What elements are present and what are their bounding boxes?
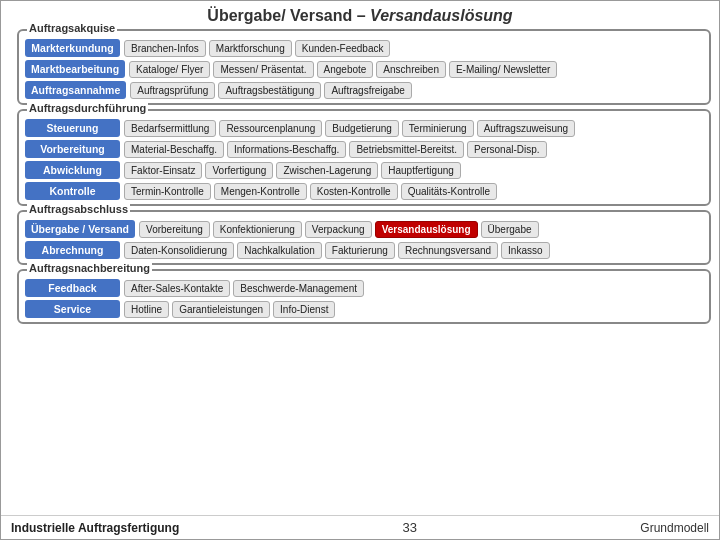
list-item: Auftragsbestätigung — [218, 82, 321, 99]
section-label-auftragsabschluss: Auftragsabschluss — [27, 203, 130, 215]
list-item: Garantieleistungen — [172, 301, 270, 318]
row-steuerung: SteuerungBedarfsermittlungRessourcenplan… — [25, 119, 703, 137]
section-rows-auftragsakquise: MarkterkundungBranchen-InfosMarktforschu… — [25, 39, 703, 99]
row-label-abwicklung: Abwicklung — [25, 161, 120, 179]
list-item: Angebote — [317, 61, 374, 78]
list-item: Fakturierung — [325, 242, 395, 259]
section-auftragsnachbereitung: AuftragsnachbereitungFeedbackAfter-Sales… — [17, 269, 711, 324]
list-item: Rechnungsversand — [398, 242, 498, 259]
list-item: Kosten-Kontrolle — [310, 183, 398, 200]
list-item: Hauptfertigung — [381, 162, 461, 179]
row-feedback: FeedbackAfter-Sales-KontakteBeschwerde-M… — [25, 279, 703, 297]
list-item: Budgetierung — [325, 120, 399, 137]
row-uebergabe-versand: Übergabe / VersandVorbereitungKonfektion… — [25, 220, 703, 238]
section-rows-auftragsabschluss: Übergabe / VersandVorbereitungKonfektion… — [25, 220, 703, 259]
footer-left: Industrielle Auftragsfertigung — [11, 521, 179, 535]
list-item: Marktforschung — [209, 40, 292, 57]
section-label-auftragsdurchfuehrung: Auftragsdurchführung — [27, 102, 148, 114]
list-item: Kunden-Feedback — [295, 40, 391, 57]
list-item: Messen/ Präsentat. — [213, 61, 313, 78]
items-vorbereitung: Material-Beschaffg.Informations-Beschaff… — [124, 141, 547, 158]
list-item: Nachkalkulation — [237, 242, 322, 259]
page: Übergabe/ Versand – Versandauslösung Auf… — [0, 0, 720, 540]
list-item: Termin-Kontrolle — [124, 183, 211, 200]
section-auftragsdurchfuehrung: AuftragsdurchführungSteuerungBedarfsermi… — [17, 109, 711, 206]
items-service: HotlineGarantieleistungenInfo-Dienst — [124, 301, 335, 318]
row-abwicklung: AbwicklungFaktor-EinsatzVorfertigungZwis… — [25, 161, 703, 179]
section-auftragsabschluss: AuftragsabschlussÜbergabe / VersandVorbe… — [17, 210, 711, 265]
items-abrechnung: Daten-KonsolidierungNachkalkulationFaktu… — [124, 242, 550, 259]
row-service: ServiceHotlineGarantieleistungenInfo-Die… — [25, 300, 703, 318]
list-item: Informations-Beschaffg. — [227, 141, 346, 158]
row-label-auftragsannahme: Auftragsannahme — [25, 81, 126, 99]
list-item: Info-Dienst — [273, 301, 335, 318]
list-item: Beschwerde-Management — [233, 280, 364, 297]
items-marktbearbeitung: Kataloge/ FlyerMessen/ Präsentat.Angebot… — [129, 61, 557, 78]
section-rows-auftragsnachbereitung: FeedbackAfter-Sales-KontakteBeschwerde-M… — [25, 279, 703, 318]
items-abwicklung: Faktor-EinsatzVorfertigungZwischen-Lager… — [124, 162, 461, 179]
list-item: Material-Beschaffg. — [124, 141, 224, 158]
list-item: Bedarfsermittlung — [124, 120, 216, 137]
list-item: Faktor-Einsatz — [124, 162, 202, 179]
footer: Industrielle Auftragsfertigung 33 Grundm… — [1, 515, 719, 539]
footer-center: 33 — [403, 520, 417, 535]
row-label-marktbearbeitung: Marktbearbeitung — [25, 60, 125, 78]
items-kontrolle: Termin-KontrolleMengen-KontrolleKosten-K… — [124, 183, 497, 200]
header-title: Übergabe/ Versand – — [207, 7, 370, 24]
list-item: Personal-Disp. — [467, 141, 547, 158]
header-subtitle: Versandauslösung — [370, 7, 513, 24]
list-item: Branchen-Infos — [124, 40, 206, 57]
items-steuerung: BedarfsermittlungRessourcenplanungBudget… — [124, 120, 575, 137]
row-label-uebergabe-versand: Übergabe / Versand — [25, 220, 135, 238]
list-item: E-Mailing/ Newsletter — [449, 61, 557, 78]
row-kontrolle: KontrolleTermin-KontrolleMengen-Kontroll… — [25, 182, 703, 200]
list-item: Ressourcenplanung — [219, 120, 322, 137]
list-item: Auftragsfreigabe — [324, 82, 411, 99]
list-item: Konfektionierung — [213, 221, 302, 238]
list-item: Terminierung — [402, 120, 474, 137]
list-item: Vorfertigung — [205, 162, 273, 179]
row-vorbereitung: VorbereitungMaterial-Beschaffg.Informati… — [25, 140, 703, 158]
items-feedback: After-Sales-KontakteBeschwerde-Managemen… — [124, 280, 364, 297]
list-item: Auftragszuweisung — [477, 120, 576, 137]
list-item: Übergabe — [481, 221, 539, 238]
row-label-vorbereitung: Vorbereitung — [25, 140, 120, 158]
row-label-steuerung: Steuerung — [25, 119, 120, 137]
row-abrechnung: AbrechnungDaten-KonsolidierungNachkalkul… — [25, 241, 703, 259]
list-item: Daten-Konsolidierung — [124, 242, 234, 259]
row-label-service: Service — [25, 300, 120, 318]
section-rows-auftragsdurchfuehrung: SteuerungBedarfsermittlungRessourcenplan… — [25, 119, 703, 200]
section-auftragsakquise: AuftragsakquiseMarkterkundungBranchen-In… — [17, 29, 711, 105]
main-content: AuftragsakquiseMarkterkundungBranchen-In… — [1, 29, 719, 515]
section-label-auftragsnachbereitung: Auftragsnachbereitung — [27, 262, 152, 274]
row-marktbearbeitung: MarktbearbeitungKataloge/ FlyerMessen/ P… — [25, 60, 703, 78]
footer-right: Grundmodell — [640, 521, 709, 535]
row-label-abrechnung: Abrechnung — [25, 241, 120, 259]
row-label-kontrolle: Kontrolle — [25, 182, 120, 200]
section-label-auftragsakquise: Auftragsakquise — [27, 22, 117, 34]
list-item: Verpackung — [305, 221, 372, 238]
list-item: Versandauslösung — [375, 221, 478, 238]
list-item: Auftragsprüfung — [130, 82, 215, 99]
list-item: Kataloge/ Flyer — [129, 61, 210, 78]
items-uebergabe-versand: VorbereitungKonfektionierungVerpackungVe… — [139, 221, 538, 238]
items-markterkundung: Branchen-InfosMarktforschungKunden-Feedb… — [124, 40, 390, 57]
row-label-markterkundung: Markterkundung — [25, 39, 120, 57]
items-auftragsannahme: AuftragsprüfungAuftragsbestätigungAuftra… — [130, 82, 412, 99]
list-item: Qualitäts-Kontrolle — [401, 183, 497, 200]
list-item: Anschreiben — [376, 61, 446, 78]
list-item: Mengen-Kontrolle — [214, 183, 307, 200]
list-item: Vorbereitung — [139, 221, 210, 238]
row-label-feedback: Feedback — [25, 279, 120, 297]
list-item: Betriebsmittel-Bereitst. — [349, 141, 464, 158]
row-auftragsannahme: AuftragsannahmeAuftragsprüfungAuftragsbe… — [25, 81, 703, 99]
list-item: Zwischen-Lagerung — [276, 162, 378, 179]
list-item: Hotline — [124, 301, 169, 318]
row-markterkundung: MarkterkundungBranchen-InfosMarktforschu… — [25, 39, 703, 57]
list-item: Inkasso — [501, 242, 549, 259]
list-item: After-Sales-Kontakte — [124, 280, 230, 297]
